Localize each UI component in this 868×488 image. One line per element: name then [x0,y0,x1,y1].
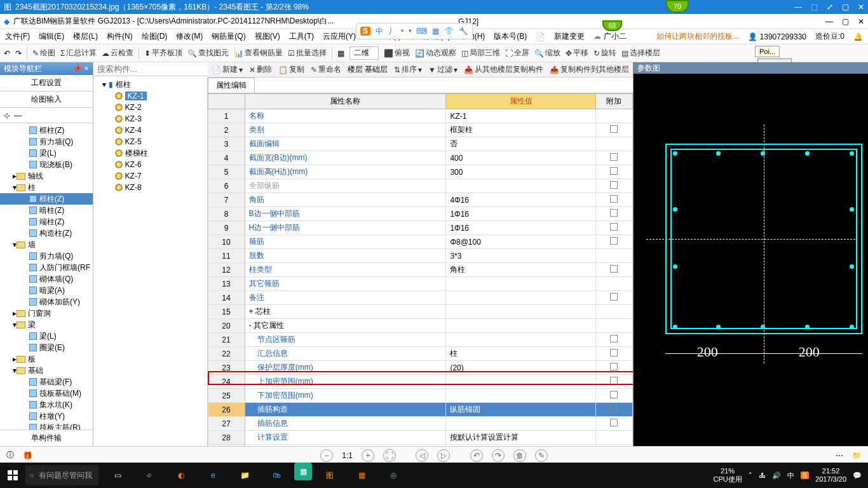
property-row[interactable]: 3截面编辑否 [208,137,632,151]
property-row[interactable]: 24 上加密范围(mm) [208,375,632,389]
fullscreen-icon[interactable]: ⤢ [827,3,833,11]
view-rebar-button[interactable]: 📊 查看钢筋量 [234,48,283,58]
find-element-button[interactable]: 🔍 查找图元 [187,48,229,58]
tree-item[interactable]: 端柱(Z) [0,216,93,227]
delete-icon[interactable]: 🗑 [513,449,526,462]
copy-to-button[interactable]: 📤复制构件到其他楼层 [550,64,629,75]
zoom-out-icon[interactable]: − [320,449,333,462]
top-view-button[interactable]: ⬛ 俯视 [384,48,410,58]
copy-button[interactable]: 📋复制 [278,64,304,75]
tree-item[interactable]: 人防门框墙(RF [0,262,93,273]
ime-s-icon[interactable]: S [360,27,370,36]
pan-button[interactable]: ✥ 平移 [566,48,588,58]
help-link[interactable]: 如何让两块相邻的筏板... [656,31,739,42]
task-app1[interactable]: ꩜ [135,463,163,488]
next-icon[interactable]: ▷ [437,449,450,462]
section-draw[interactable]: 绘图输入 [0,92,93,108]
task-app2[interactable]: ◐ [167,463,195,488]
close-icon[interactable]: ✕ [858,3,864,11]
instance-item[interactable]: KZ-7 [93,170,207,182]
orbit-button[interactable]: 🔄 动态观察 [415,48,456,58]
single-component[interactable]: 单构件输 [0,430,93,446]
tree-item[interactable]: 砌体加筋(Y) [0,296,93,308]
tree-item[interactable]: 梁(L) [0,147,93,159]
property-row[interactable]: 13其它箍筋 [208,277,632,291]
property-row[interactable]: 9H边一侧中部筋1Φ16 [208,221,632,235]
tree-item[interactable]: 筏板主筋(R) [0,422,93,430]
property-tab[interactable]: 属性编辑 [208,78,255,93]
rotate-right-icon[interactable]: ↷ [492,449,505,462]
pin-icon[interactable]: 📌 [72,64,82,73]
zoom-button[interactable]: 🔍 缩放 [534,48,560,58]
menu-rebar[interactable]: 钢筋量(Q) [212,31,245,42]
draw-button[interactable]: ✎绘图 [32,48,55,58]
menu-tool[interactable]: 工具(T) [289,31,314,42]
menu-component[interactable]: 构件(N) [107,31,133,42]
zoom-in-icon[interactable]: + [362,449,374,462]
view-mode-select[interactable]: 二维 [349,46,379,60]
notif-icon[interactable]: 🔔 [853,32,863,41]
user-id[interactable]: 👤 13907299330 [748,32,806,41]
tree-item[interactable]: ▸ 板 [0,353,93,365]
instance-item[interactable]: KZ-8 [93,182,207,193]
tray-up-icon[interactable]: ˄ [749,471,752,480]
tree-item[interactable]: 柱墩(Y) [0,410,93,422]
tree-item[interactable]: 构造柱(Z) [0,227,93,239]
tree-item[interactable]: 框柱(Z) [0,125,93,136]
tree-item[interactable]: ▸ 门窗洞 [0,308,93,319]
restore-icon[interactable]: ⬚ [811,3,818,11]
menu-modify[interactable]: 修改(M) [176,31,203,42]
instance-item[interactable]: 楼梯柱 [93,147,207,159]
property-row[interactable]: 8B边一侧中部筋1Φ16 [208,207,632,221]
instance-item[interactable]: KZ-6 [93,159,207,170]
instance-item[interactable]: KZ-3 [93,113,207,125]
user-name[interactable]: ☁ 广小二 [593,31,626,42]
search-input[interactable] [93,62,208,76]
undo-icon[interactable]: ↶ [4,49,10,58]
delete-button[interactable]: ✕删除 [249,64,272,75]
section-canvas[interactable]: 150 150 200 200 [634,74,868,446]
close-panel-icon[interactable]: × [85,64,89,73]
rotate-button[interactable]: ↻ 旋转 [593,48,616,58]
flush-top-button[interactable]: ⬍ 平齐板顶 [144,48,182,58]
tree-item[interactable]: 剪力墙(Q) [0,250,93,262]
task-app3[interactable]: ▦ [294,463,312,480]
property-row[interactable]: 26 插筋构造纵筋锚固 [208,403,632,417]
edit-icon[interactable]: ✎ [535,449,548,462]
instance-item[interactable]: KZ-4 [93,125,207,136]
fullscreen-button[interactable]: ⛶ 全屏 [505,48,529,58]
zoom-ratio[interactable]: 1:1 [342,451,353,460]
select-floor-button[interactable]: ▤ 选择楼层 [621,48,660,58]
property-row[interactable]: 29 节点设置按默认节点设置计算 [208,445,632,447]
tree-item[interactable]: 基础梁(F) [0,376,93,388]
property-row[interactable]: 4截面宽(B边)(mm)400 [208,151,632,165]
tree-item[interactable]: 筏板基础(M) [0,388,93,399]
property-row[interactable]: 23 保护层厚度(mm)(20) [208,361,632,375]
tray-sogou-icon[interactable]: S [801,471,809,479]
local-3d-button[interactable]: ◫ 局部三维 [461,48,500,58]
property-row[interactable]: 5截面高(H边)(mm)300 [208,165,632,179]
sum-button[interactable]: Σ 汇总计算 [60,48,97,58]
task-app6[interactable]: ◎ [379,463,407,488]
property-row[interactable]: 12柱类型角柱 [208,263,632,277]
property-table[interactable]: 属性名称 属性值 附加 1名称KZ-12类别框架柱3截面编辑否4截面宽(B边)(… [208,93,633,446]
property-row[interactable]: 7角筋4Φ16 [208,193,632,207]
tree-item[interactable]: 砌体墙(Q) [0,273,93,285]
property-row[interactable]: 15+ 芯柱 [208,305,632,319]
instance-item[interactable]: KZ-5 [93,136,207,147]
property-row[interactable]: 25 下加密范围(mm) [208,389,632,403]
task-store[interactable]: 🛍 [262,463,290,488]
rename-button[interactable]: ✎重命名 [311,64,341,75]
min-icon[interactable]: — [794,3,802,11]
property-row[interactable]: 11肢数3*3 [208,249,632,263]
rotate-left-icon[interactable]: ↶ [470,449,483,462]
menu-version[interactable]: 版本号(B) [494,31,527,42]
property-row[interactable]: 21 节点区箍筋 [208,333,632,347]
tree-item[interactable]: 圈梁(E) [0,342,93,353]
task-app5[interactable]: ▦ [348,463,376,488]
task-edge[interactable]: e [199,463,227,488]
tree-item[interactable]: ▾ 墙 [0,239,93,250]
property-row[interactable]: 28 计算设置按默认计算设置计算 [208,431,632,445]
tray-vol-icon[interactable]: 🔊 [772,471,781,480]
tree-item[interactable]: 集水坑(K) [0,399,93,410]
